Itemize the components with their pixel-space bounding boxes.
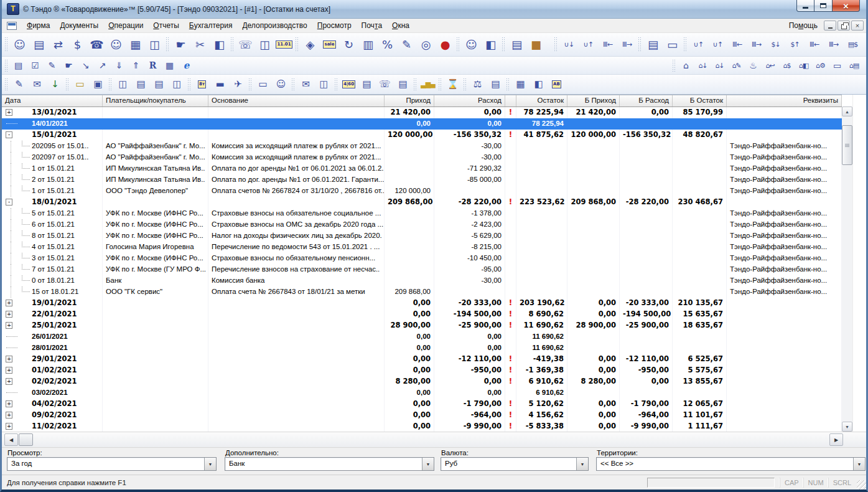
edit-mode-icon[interactable]: ✎ [10, 77, 28, 92]
expand-icon[interactable]: + [6, 412, 12, 419]
table-row[interactable]: 202097 от 15.01..АО "Райффайзенбанк" г. … [2, 152, 842, 163]
menu-otchety[interactable]: Отчеты [148, 19, 184, 32]
system-menu-icon[interactable] [7, 22, 17, 30]
column-header-flag[interactable] [505, 95, 516, 106]
tag-edit-icon[interactable]: ✎ [397, 35, 416, 54]
house-document-icon[interactable]: ⌂▤ [846, 59, 862, 73]
structure-icon[interactable]: ◫ [168, 77, 186, 92]
column-header-b-rashod[interactable]: Б Расход [620, 95, 673, 106]
handshake-icon[interactable]: ☛ [171, 35, 190, 54]
dropdown-arrow-icon[interactable]: ▼ [576, 458, 588, 470]
table-row[interactable]: +22/01/20210,00-194 500,00!8 690,620,00-… [2, 309, 842, 320]
partners-exchange-icon[interactable]: ⇄ [49, 35, 68, 54]
document-search-icon[interactable]: ◎ [416, 35, 436, 54]
signpost-icon[interactable]: ✂ [190, 35, 210, 54]
table-row[interactable]: 6 от 15.01.21УФК по г. Москве (ИФНС Ро..… [2, 219, 842, 230]
fax-icon[interactable]: ☏ [236, 35, 255, 54]
copy-package-icon[interactable]: ◫ [255, 35, 274, 54]
notebook-icon[interactable]: ▤ [394, 77, 412, 92]
expand-icon[interactable]: + [6, 400, 12, 407]
sale-tag-icon[interactable]: sale [320, 35, 339, 54]
new-scan-document-icon[interactable]: ▤ [487, 77, 505, 92]
toolbar-grip[interactable] [65, 78, 68, 92]
column-header-rekvizity[interactable]: Реквизиты [727, 95, 842, 106]
additional-filter-combobox[interactable]: Банк▼ [225, 457, 434, 471]
house-goods-icon[interactable]: ⌂◧ [795, 59, 812, 73]
resize-grip[interactable] [857, 480, 866, 490]
documents-pair-icon[interactable]: ▤ [507, 35, 526, 54]
bar-chart-icon[interactable]: ▃▆▄ [419, 77, 437, 92]
purse-expense-icon[interactable]: ∪↑ [579, 35, 598, 54]
save-icon[interactable]: ▣ [89, 77, 107, 92]
dropdown-arrow-icon[interactable]: ▼ [204, 458, 216, 470]
menu-operacii[interactable]: Операции [103, 19, 148, 32]
expand-icon[interactable]: + [6, 356, 12, 362]
money-document-icon[interactable]: $ [68, 35, 87, 54]
minimize-button[interactable] [796, 0, 814, 12]
house-settings-icon[interactable]: ⌂⚙ [812, 59, 829, 73]
toolbar-grip[interactable] [4, 59, 7, 72]
column-header-ostatok[interactable]: Остаток [516, 95, 567, 106]
document-accept-icon[interactable]: ☛ [60, 59, 77, 73]
table-row[interactable]: 28/01/20210,000,0011 690,62 [2, 343, 842, 354]
house-edit-icon[interactable]: ⌂✎ [728, 59, 745, 73]
table-row[interactable]: +01/02/20210,00-950,00!-1 369,380,00-950… [2, 365, 842, 376]
column-header-prihod[interactable]: Приход [385, 95, 434, 106]
document-copy-icon[interactable]: ▤ [10, 59, 27, 73]
list-icon[interactable]: ▤ [150, 77, 168, 92]
bank-expense-icon[interactable]: Ⅲ→ [617, 35, 637, 54]
expand-icon[interactable]: + [6, 378, 12, 385]
tag-refresh-icon[interactable]: ↻ [339, 35, 358, 54]
work-calendar-icon[interactable]: ▦ [126, 35, 145, 54]
table-row[interactable]: 7 от 15.01.21УФК по г. Москве (ГУ МРО Ф.… [2, 264, 842, 275]
column-header-date[interactable]: Дата [2, 95, 103, 106]
toolbar-grip[interactable] [334, 78, 337, 92]
payment-cards-icon[interactable]: ▭ [254, 77, 272, 92]
seal-icon[interactable]: ● [436, 35, 455, 54]
dropdown-arrow-icon[interactable]: ▼ [853, 458, 865, 470]
toolbar-grip[interactable] [4, 37, 7, 53]
toolbar-grip[interactable] [248, 78, 251, 92]
card-save-icon[interactable]: ▭ [829, 59, 846, 73]
copy-tables-icon[interactable]: ◫ [145, 35, 164, 54]
ab-cubes-icon[interactable]: AB [548, 77, 566, 92]
service-document-icon[interactable]: ▤ [358, 77, 376, 92]
bank-income-icon[interactable]: Ⅲ← [598, 35, 617, 54]
mdi-restore-button[interactable] [838, 21, 850, 31]
expand-icon[interactable]: + [6, 322, 12, 329]
maximize-button[interactable] [814, 0, 832, 12]
document-r-icon[interactable]: R [144, 59, 161, 73]
dropdown-arrow-icon[interactable]: ▼ [422, 458, 434, 470]
title-bar[interactable]: Т © Тэндо ® «Товародвижение»™ [5.90/745]… [2, 0, 866, 19]
table-row[interactable]: +02/02/20218 280,000,00!6 910,628 280,00… [2, 376, 842, 387]
toolbar-grip[interactable] [295, 37, 298, 53]
contact-card-icon[interactable]: ☏ [376, 77, 394, 92]
menu-help[interactable]: Помощь [784, 19, 823, 32]
parcel-icon[interactable]: ■ [526, 35, 546, 54]
column-header-b-prihod[interactable]: Б Приход [567, 95, 620, 106]
column-header-b-ostatok[interactable]: Б Остаток [673, 95, 727, 106]
expand-icon[interactable]: + [6, 300, 12, 306]
scales-icon[interactable]: ⚖ [469, 77, 487, 92]
mdi-close-button[interactable]: × [851, 21, 864, 31]
menu-buhgalteria[interactable]: Бухгалтерия [184, 19, 238, 32]
house-icon[interactable]: ⌂ [678, 59, 694, 73]
goods-cubes-icon[interactable]: ◧ [481, 35, 500, 54]
house-money-icon[interactable]: ⌂$ [778, 59, 795, 73]
table-row[interactable]: 0 от 18.01.21БанкКомиссия банка-30,00Тэн… [2, 275, 842, 286]
collapse-icon[interactable]: - [6, 199, 12, 206]
scroll-down-icon[interactable]: ▼ [842, 422, 852, 432]
horizontal-scrollbar[interactable]: ◀ ▶ [2, 432, 866, 447]
truck-8t-icon[interactable]: 8т [193, 77, 211, 92]
price-tag-icon[interactable]: ◈ [301, 35, 320, 54]
purse-income-icon[interactable]: ∪↓ [559, 35, 579, 54]
table-row[interactable]: 5 от 15.01.21УФК по г. Москве (ИФНС Ро..… [2, 208, 842, 219]
territory-filter-combobox[interactable]: << Все >>▼ [596, 457, 866, 471]
no-mail-icon[interactable]: ✉ [28, 77, 46, 92]
new-document-icon[interactable]: ▤ [29, 35, 49, 54]
vscroll-track[interactable] [842, 116, 852, 422]
close-button[interactable]: × [832, 0, 860, 12]
toolbar-grip[interactable] [413, 78, 416, 92]
menu-prosmotr[interactable]: Просмотр [312, 19, 357, 32]
menu-okna[interactable]: Окна [387, 19, 414, 32]
